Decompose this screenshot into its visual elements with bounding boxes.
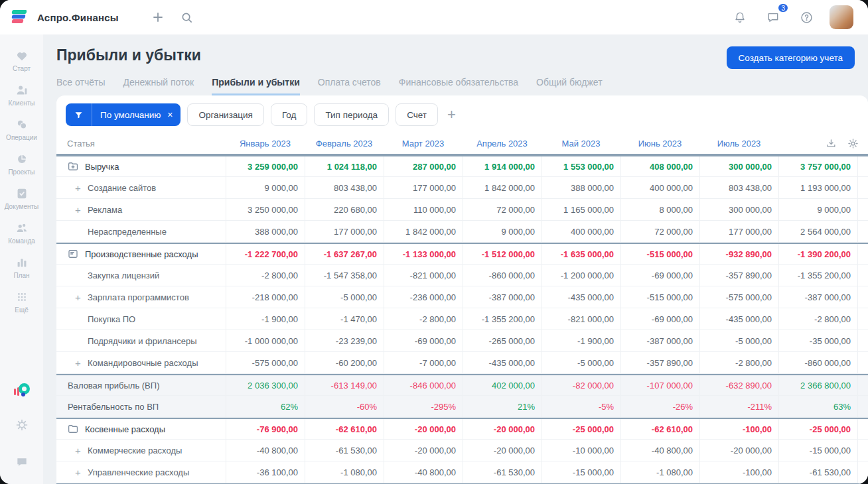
cell-value: -515 000,00 [620,244,699,264]
help-icon[interactable] [796,7,816,27]
sidebar-item-start[interactable]: Старт [2,44,42,77]
filter-chip[interactable]: Организация [187,103,263,126]
filters-bar: По умолчанию × ОрганизацияГодТип периода… [56,95,868,133]
cell-value: 63% [778,396,857,417]
cell-value: -15 000,00 [542,461,620,483]
cell-value: -1 512 000,00 [463,244,542,264]
cell-value: 1 842 000,00 [463,177,542,198]
expand-plus-icon[interactable]: + [75,292,81,303]
sidebar-item-team[interactable]: Команда [2,216,42,249]
expand-plus-icon[interactable]: + [75,467,81,478]
sidebar-item-projects[interactable]: Проекты [2,147,42,180]
gear-icon[interactable] [12,415,32,435]
filter-chip[interactable]: Счет [396,103,438,126]
row-label-text: Создание сайтов [88,183,156,193]
cell-value: -26% [620,396,699,417]
chat-badge: 3 [777,3,789,13]
row-label-text: Подрядчики и фрилансеры [88,336,197,346]
cell-value: 400 000,00 [620,177,699,198]
column-header-month: Февраль 2023 [305,133,384,154]
filter-chip[interactable]: Год [271,103,308,126]
cell-value: -1 355 200,00 [463,308,542,330]
row-label-sub: +Управленческие расходы [56,461,226,483]
table-header-row: Статья Январь 2023Февраль 2023Март 2023А… [56,133,868,155]
cell-value: -357 890,00 [699,265,778,286]
sidebar-item-documents[interactable]: Документы [2,182,42,215]
search-icon[interactable] [177,7,197,27]
row-label-text: Нераспределенные [88,227,167,237]
expand-plus-icon[interactable]: + [75,204,81,215]
row-label-section[interactable]: Производственные расходы [56,244,226,264]
cell-value: 400 000,00 [542,221,620,242]
cell-sliver [857,199,868,220]
chat-icon[interactable]: 3 [763,7,783,27]
row-label-text: Косвенные расходы [85,424,165,434]
sidebar-item-more[interactable]: Ещё [2,285,42,318]
cell-sliver [857,244,868,264]
expand-plus-icon[interactable]: + [75,357,81,369]
cell-value: -613 149,00 [305,375,384,395]
cell-sliver [857,156,868,176]
sidebar-item-clients[interactable]: Клиенты [2,78,42,111]
filter-chip[interactable]: Тип периода [314,103,389,126]
row-label-text: Зарплата программистов [88,292,189,302]
tab-финансовые-обязательства[interactable]: Финансовые обязательства [399,77,518,95]
sidebar-item-label: Ещё [15,306,28,314]
feedback-icon[interactable] [12,452,32,472]
cell-value: -236 000,00 [384,286,463,308]
create-category-button[interactable]: Создать категорию учета [727,46,855,69]
product-logo-icon[interactable] [14,383,30,398]
cell-value: -860 000,00 [778,352,857,373]
cell-value: -5% [542,396,620,417]
remove-filter-icon[interactable]: × [166,109,181,120]
cell-value: -5 000,00 [699,330,778,351]
user-avatar[interactable] [830,5,853,29]
cell-value: -435 000,00 [542,286,620,308]
create-plus-icon[interactable] [148,7,168,27]
settings-icon[interactable] [847,138,859,149]
add-filter-button[interactable]: + [445,107,459,122]
sidebar-item-plan[interactable]: План [2,251,42,284]
folder-plus-icon [67,160,79,172]
default-filter-chip[interactable]: По умолчанию × [66,103,181,126]
cell-value: 300 000,00 [699,156,778,176]
cell-value: 388 000,00 [226,221,305,242]
cell-value: -575 000,00 [226,352,305,373]
cell-value: -15 000,00 [778,440,857,461]
tab-прибыли-и-убытки[interactable]: Прибыли и убытки [212,77,300,95]
row-label-section[interactable]: Выручка [56,156,226,176]
cell-value: -1 637 267,00 [305,244,384,264]
cell-value: -40 800,00 [384,461,463,483]
cell-value: 3 757 000,00 [778,156,857,176]
sidebar-item-operations[interactable]: Операции [2,113,42,146]
cell-value: -20 000,00 [384,419,463,439]
download-icon[interactable] [826,138,837,149]
cell-value: 1 914 000,00 [463,156,542,176]
table-row: +Командировочные расходы-575 000,00-60 2… [56,352,868,374]
expand-plus-icon[interactable]: + [75,182,81,194]
row-label-sub: Подрядчики и фрилансеры [56,330,226,351]
column-header-month: Апрель 2023 [463,133,542,154]
tab-все-отчёты[interactable]: Все отчёты [56,77,105,95]
column-header-article: Статья [56,133,226,154]
cell-value: -69 000,00 [620,265,699,286]
cell-value: -35 000,00 [778,330,857,351]
bell-icon[interactable] [730,7,750,27]
table-row: Закупка лицензий-2 800,00-1 547 358,00-8… [56,265,868,286]
cell-value: -5 000,00 [542,352,620,373]
cell-value: -575 000,00 [699,286,778,308]
cell-sliver [857,440,868,461]
cell-sliver [857,419,868,439]
cell-value: -62 610,00 [620,419,699,439]
table-row: Подрядчики и фрилансеры-1 000 000,00-23 … [56,330,868,352]
tab-денежный-поток[interactable]: Денежный поток [123,77,194,95]
report-tabs: Все отчётыДенежный потокПрибыли и убытки… [56,77,855,95]
tab-общий-бюджет[interactable]: Общий бюджет [536,77,602,95]
topbar-right: 3 [730,5,853,29]
cell-value: -36 100,00 [226,461,305,483]
table-header-icons [778,133,868,154]
row-label-section[interactable]: Косвенные расходы [56,419,226,439]
cell-sliver [857,308,868,330]
tab-оплата-счетов[interactable]: Оплата счетов [318,77,381,95]
expand-plus-icon[interactable]: + [75,445,81,456]
